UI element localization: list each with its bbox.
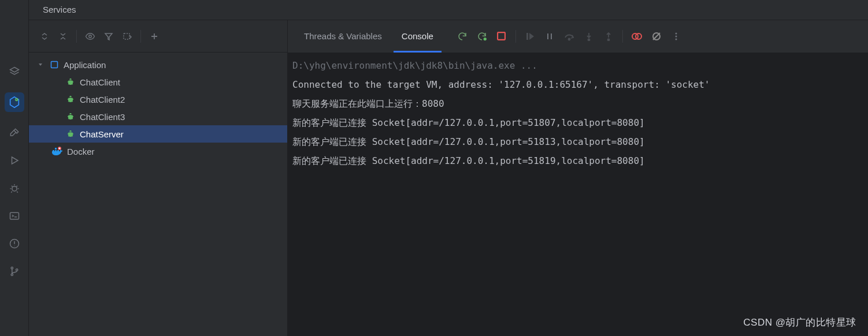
- tree-node-label: Docker: [67, 147, 95, 156]
- view-breakpoints-button[interactable]: [629, 28, 645, 44]
- stop-button[interactable]: [494, 28, 510, 44]
- rerun-button[interactable]: [454, 28, 470, 44]
- step-out-button[interactable]: [600, 28, 617, 44]
- separator: [140, 30, 141, 43]
- tree-node-run-config[interactable]: ChatServer: [29, 125, 287, 143]
- rerun-debug-button[interactable]: [474, 28, 490, 44]
- svg-rect-24: [498, 32, 505, 40]
- svg-point-34: [675, 35, 677, 37]
- svg-rect-12: [124, 33, 129, 39]
- step-into-button[interactable]: [581, 28, 597, 44]
- bug-icon: [65, 77, 76, 87]
- alert-icon[interactable]: [8, 237, 21, 251]
- step-over-button[interactable]: [561, 28, 577, 44]
- filter-button[interactable]: [101, 29, 116, 44]
- plugin-play-icon[interactable]: [5, 92, 24, 112]
- pause-button[interactable]: [541, 28, 558, 44]
- mute-breakpoints-button[interactable]: [648, 28, 665, 44]
- svg-point-9: [11, 274, 13, 275]
- console-panel: Threads & Variables Console: [288, 20, 868, 336]
- view-mode-button[interactable]: [83, 29, 98, 44]
- panel-title: Services: [29, 0, 868, 20]
- tree-node-run-config[interactable]: ChatClient2: [29, 91, 287, 108]
- tree-node-run-config[interactable]: ChatClient: [29, 73, 287, 91]
- svg-point-29: [607, 39, 609, 40]
- tree-node-label: Application: [64, 60, 106, 70]
- tree-node-application[interactable]: Application: [29, 56, 287, 73]
- svg-marker-26: [529, 33, 534, 40]
- svg-rect-6: [10, 212, 18, 219]
- services-tree-panel: Application ChatClient ChatClient2: [29, 20, 288, 336]
- docker-icon: [51, 147, 64, 156]
- tree-node-docker[interactable]: Docker: [29, 143, 287, 160]
- separator: [622, 30, 623, 43]
- separator: [76, 30, 77, 43]
- svg-point-27: [568, 38, 570, 40]
- svg-rect-21: [55, 148, 57, 150]
- console-line: 新的客户端已连接 Socket[addr=/127.0.0.1,port=518…: [292, 155, 645, 166]
- svg-marker-0: [10, 68, 18, 72]
- hammer-icon[interactable]: [8, 126, 21, 140]
- console-toolbar: Threads & Variables Console: [288, 20, 868, 53]
- console-output[interactable]: D:\yhg\environment\jdk\jdk8\bin\java.exe…: [288, 53, 868, 336]
- bug-icon: [65, 112, 76, 121]
- add-service-button[interactable]: [147, 29, 162, 44]
- svg-marker-4: [12, 157, 18, 164]
- application-icon: [49, 61, 60, 69]
- console-line: Connected to the target VM, address: '12…: [292, 79, 710, 90]
- resume-button[interactable]: [522, 28, 538, 44]
- terminal-icon[interactable]: [8, 209, 21, 223]
- svg-rect-13: [51, 62, 58, 68]
- tab-threads-variables[interactable]: Threads & Variables: [296, 20, 390, 53]
- run-icon[interactable]: [8, 154, 21, 167]
- tree-node-label: ChatClient3: [80, 112, 125, 122]
- tree-node-label: ChatServer: [80, 129, 124, 139]
- svg-point-33: [675, 32, 677, 34]
- console-line: 新的客户端已连接 Socket[addr=/127.0.0.1,port=518…: [292, 117, 645, 128]
- console-line: 聊天服务端正在此端口上运行：8080: [292, 98, 444, 109]
- svg-point-5: [12, 186, 16, 191]
- collapse-all-button[interactable]: [55, 29, 71, 44]
- more-button[interactable]: [668, 28, 684, 44]
- chevron-down-icon: [37, 61, 45, 68]
- tree-node-run-config[interactable]: ChatClient3: [29, 108, 287, 125]
- svg-point-11: [89, 35, 92, 38]
- separator: [515, 30, 516, 43]
- svg-point-28: [588, 39, 589, 40]
- layers-icon[interactable]: [8, 65, 21, 79]
- expand-all-button[interactable]: [37, 29, 52, 44]
- console-line: D:\yhg\environment\jdk\jdk8\bin\java.exe…: [292, 60, 537, 71]
- debug-icon[interactable]: [8, 181, 21, 195]
- svg-point-10: [16, 269, 17, 271]
- tab-console[interactable]: Console: [394, 20, 442, 53]
- bug-icon: [65, 95, 76, 104]
- tree-node-label: ChatClient: [80, 77, 120, 87]
- console-line: 新的客户端已连接 Socket[addr=/127.0.0.1,port=518…: [292, 136, 645, 147]
- tree-toolbar: [29, 20, 287, 53]
- tree-node-label: ChatClient2: [80, 95, 125, 104]
- svg-point-35: [675, 38, 677, 40]
- svg-rect-25: [526, 33, 528, 40]
- tool-window-stripe: [0, 0, 29, 336]
- bug-icon: [65, 129, 76, 139]
- svg-point-23: [483, 37, 486, 40]
- services-tree: Application ChatClient ChatClient2: [29, 53, 287, 163]
- svg-point-8: [11, 267, 13, 269]
- git-branch-icon[interactable]: [8, 264, 21, 278]
- group-by-button[interactable]: [120, 29, 135, 44]
